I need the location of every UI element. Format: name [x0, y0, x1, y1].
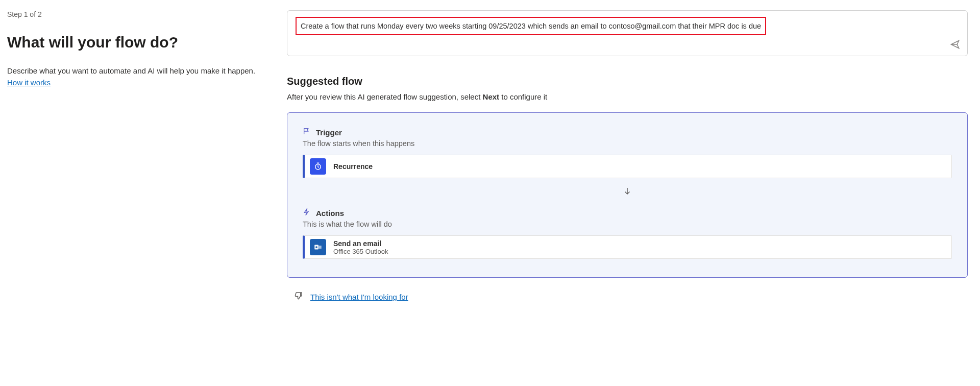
- prompt-text: Create a flow that runs Monday every two…: [301, 22, 761, 30]
- prompt-input-area[interactable]: Create a flow that runs Monday every two…: [287, 10, 968, 56]
- svg-rect-2: [318, 246, 322, 249]
- prompt-highlight: Create a flow that runs Monday every two…: [296, 17, 766, 35]
- action-step-title: Send an email: [333, 239, 388, 248]
- send-icon[interactable]: [950, 39, 960, 50]
- action-step-sub: Office 365 Outlook: [333, 248, 388, 255]
- trigger-subtitle: The flow starts when this happens: [303, 139, 952, 148]
- suggested-flow-card: Trigger The flow starts when this happen…: [287, 112, 968, 278]
- suggested-heading: Suggested flow: [287, 76, 968, 87]
- description-text: Describe what you want to automate and A…: [7, 66, 255, 75]
- action-step-card[interactable]: Send an email Office 365 Outlook: [303, 235, 952, 259]
- actions-subtitle: This is what the flow will do: [303, 220, 952, 228]
- suggested-sub-bold: Next: [483, 92, 500, 101]
- step-indicator: Step 1 of 2: [7, 10, 267, 18]
- bolt-icon: [303, 208, 311, 218]
- suggested-sub-prefix: After you review this AI generated flow …: [287, 92, 483, 101]
- how-it-works-link[interactable]: How it works: [7, 77, 51, 88]
- trigger-step-card[interactable]: Recurrence: [303, 155, 952, 178]
- recurrence-icon: [310, 158, 326, 175]
- left-panel: Step 1 of 2 What will your flow do? Desc…: [0, 0, 280, 386]
- right-panel: Create a flow that runs Monday every two…: [280, 0, 980, 386]
- page-heading: What will your flow do?: [7, 34, 267, 51]
- actions-title: Actions: [316, 209, 344, 218]
- svg-point-3: [315, 246, 317, 248]
- flag-icon: [303, 127, 311, 137]
- feedback-row: This isn't what I'm looking for: [294, 291, 968, 302]
- trigger-step-text: Recurrence: [333, 162, 373, 171]
- suggested-sub-suffix: to configure it: [499, 92, 547, 101]
- outlook-icon: [310, 239, 326, 255]
- actions-section-header: Actions: [303, 208, 952, 218]
- arrow-down-icon: [303, 178, 952, 208]
- trigger-section-header: Trigger: [303, 127, 952, 137]
- trigger-step-title: Recurrence: [333, 162, 373, 171]
- page-description: Describe what you want to automate and A…: [7, 65, 267, 88]
- not-looking-for-link[interactable]: This isn't what I'm looking for: [310, 293, 408, 301]
- action-step-text: Send an email Office 365 Outlook: [333, 239, 388, 255]
- suggested-subtext: After you review this AI generated flow …: [287, 92, 968, 101]
- thumbs-down-icon[interactable]: [294, 291, 303, 302]
- trigger-title: Trigger: [316, 128, 342, 137]
